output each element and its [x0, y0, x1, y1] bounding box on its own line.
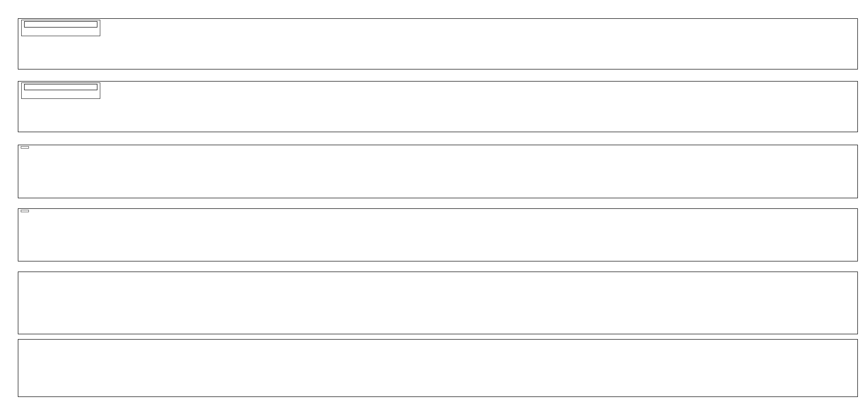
panel-std-absi	[18, 208, 858, 261]
mean-absi-heatmap	[18, 145, 857, 198]
u-colorbar-legend	[21, 20, 100, 36]
u-colorbar-ticks	[24, 27, 97, 34]
v-colorbar-legend	[21, 82, 100, 99]
u-velocity-heatmap	[18, 19, 857, 69]
figure-root	[0, 0, 868, 410]
panel-depth-variation	[18, 272, 858, 334]
mean-absi-label	[21, 146, 29, 149]
temperature-line	[18, 340, 857, 396]
u-colorbar	[24, 21, 97, 27]
v-colorbar	[24, 84, 97, 90]
panel-temperature	[18, 339, 858, 397]
panel-mean-absi	[18, 145, 858, 198]
std-absi-heatmap	[18, 209, 857, 261]
std-absi-label	[21, 210, 29, 212]
v-velocity-heatmap	[18, 82, 857, 132]
v-colorbar-ticks	[24, 90, 97, 97]
panel-u-velocity	[18, 18, 858, 69]
panel-v-velocity	[18, 81, 858, 132]
depth-variation-lines	[18, 272, 857, 334]
